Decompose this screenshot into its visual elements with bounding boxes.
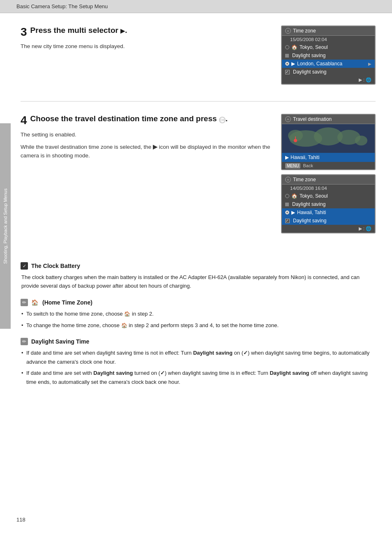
screen1-row1-sub: Daylight saving bbox=[282, 51, 375, 60]
daylight-saving-list: If date and time are set when daylight s… bbox=[21, 348, 376, 386]
screen2-row2-sub: Daylight saving bbox=[282, 217, 375, 225]
clock-battery-title-row: ✓ The Clock Battery bbox=[21, 262, 376, 270]
travel-screen: + Travel destination bbox=[281, 114, 376, 170]
svg-point-4 bbox=[355, 136, 367, 145]
daylight-saving-title-row: ✏ Daylight Saving Time bbox=[21, 338, 376, 345]
screen2-date: 14/05/2008 16:04 bbox=[282, 185, 375, 192]
screen2-footer: ▶ : 🌐 bbox=[282, 225, 375, 233]
step-4-desc1: The setting is enabled. bbox=[21, 130, 273, 139]
home-timezone-note: ✏ 🏠 (Home Time Zone) To switch to the ho… bbox=[21, 299, 376, 330]
home-timezone-list: To switch to the home time zone, choose … bbox=[21, 309, 376, 330]
screen2-row1-sub: Daylight saving bbox=[282, 200, 375, 208]
home-timezone-title-row: ✏ 🏠 (Home Time Zone) bbox=[21, 299, 376, 306]
menu-label: MENU bbox=[285, 163, 300, 168]
screen2-row2: ▶ Hawaii, Tahiti bbox=[282, 208, 375, 217]
screen1-date: 15/05/2008 02:04 bbox=[282, 36, 375, 43]
clock-battery-note: ✓ The Clock Battery The clock battery ch… bbox=[21, 262, 376, 291]
screen2-row1: 🏠 Tokyo, Seoul bbox=[282, 192, 375, 200]
step-3-right: + Time zone 15/05/2008 02:04 🏠 Tokyo, Se… bbox=[281, 25, 376, 89]
ts-map bbox=[282, 124, 375, 153]
main-content: 3 Press the multi selector ▶. The new ci… bbox=[0, 13, 392, 531]
check-icon: ✓ bbox=[21, 262, 28, 270]
plus-icon-2: + bbox=[285, 116, 291, 122]
clock-battery-body: The clock battery charges when the main … bbox=[21, 273, 376, 291]
page-header: Basic Camera Setup: The Setup Menu bbox=[0, 0, 392, 13]
step-3-title: 3 Press the multi selector ▶. bbox=[21, 25, 273, 38]
circle-icon-2 bbox=[285, 194, 289, 198]
bullet-sq-1 bbox=[285, 54, 289, 58]
screen1-row2-sub: Daylight saving bbox=[282, 68, 375, 76]
header-title: Basic Camera Setup: The Setup Menu bbox=[16, 3, 108, 9]
clock-battery-title: The Clock Battery bbox=[31, 263, 80, 269]
ts-back: MENU Back bbox=[282, 162, 375, 169]
camera-screen-1: + Time zone 15/05/2008 02:04 🏠 Tokyo, Se… bbox=[281, 25, 376, 85]
screen2-header: + Time zone bbox=[282, 175, 375, 185]
home-timezone-item-1: To switch to the home time zone, choose … bbox=[21, 309, 376, 318]
daylight-saving-item-1: If date and time are set when daylight s… bbox=[21, 348, 376, 366]
step-3-number: 3 bbox=[21, 26, 27, 38]
daylight-saving-note: ✏ Daylight Saving Time If date and time … bbox=[21, 338, 376, 386]
back-label: Back bbox=[303, 163, 313, 168]
home-icon-note: 🏠 bbox=[31, 299, 38, 306]
step-4-title: 4 Choose the travel destination time zon… bbox=[21, 114, 273, 126]
step-3-desc: The new city time zone menu is displayed… bbox=[21, 42, 273, 51]
bullet-sq-2 bbox=[285, 203, 289, 206]
daylight-saving-title: Daylight Saving Time bbox=[31, 338, 89, 345]
step-4-title-text: Choose the travel destination time zone … bbox=[30, 114, 228, 123]
circle-icon-1 bbox=[285, 45, 289, 49]
chevron-1: ▶ bbox=[368, 62, 371, 66]
screen1-header: + Time zone bbox=[282, 26, 375, 36]
pencil-icon-2: ✏ bbox=[21, 338, 28, 345]
step-4-desc2: While the travel destination time zone i… bbox=[21, 143, 273, 160]
screen1-row2: ▶ London, Casablanca ▶ bbox=[282, 60, 375, 68]
step-4-left: 4 Choose the travel destination time zon… bbox=[21, 114, 273, 238]
arrow-icon-2: ▶ bbox=[285, 155, 289, 160]
step-3-title-text: Press the multi selector ▶. bbox=[30, 26, 127, 35]
arrow-icon-1: ▶ bbox=[291, 61, 295, 67]
screen1-row1: 🏠 Tokyo, Seoul bbox=[282, 43, 375, 51]
circle-filled-1 bbox=[285, 62, 289, 66]
circle-filled-2 bbox=[285, 210, 289, 215]
home-icon-1: 🏠 bbox=[291, 44, 297, 50]
bullet-sq-checked-1 bbox=[285, 70, 290, 74]
footer-arrow-2: ▶ : 🌐 bbox=[359, 226, 371, 231]
bullet-sq-checked-2 bbox=[285, 219, 290, 223]
ts-city: ▶ Hawaii, Tahiti bbox=[282, 153, 375, 162]
home-icon-2: 🏠 bbox=[291, 193, 297, 199]
footer-arrow-1: ▶ : 🌐 bbox=[359, 77, 371, 82]
notes-section: ✓ The Clock Battery The clock battery ch… bbox=[21, 262, 376, 386]
plus-icon-3: + bbox=[285, 177, 291, 182]
screen1-footer: ▶ : 🌐 bbox=[282, 76, 375, 84]
daylight-saving-item-2: If date and time are set with Daylight s… bbox=[21, 369, 376, 386]
page-number: 118 bbox=[16, 517, 25, 523]
ts-header: + Travel destination bbox=[282, 115, 375, 124]
camera-screen-2: + Time zone 14/05/2008 16:04 🏠 Tokyo, Se… bbox=[281, 174, 376, 233]
step-4-number: 4 bbox=[21, 115, 27, 126]
pencil-icon-1: ✏ bbox=[21, 299, 28, 306]
step-3-section: 3 Press the multi selector ▶. The new ci… bbox=[21, 25, 376, 102]
step-4-section: 4 Choose the travel destination time zon… bbox=[21, 114, 376, 250]
world-map-svg bbox=[282, 124, 375, 153]
svg-point-6 bbox=[294, 139, 297, 142]
home-timezone-title: (Home Time Zone) bbox=[42, 299, 92, 306]
step-4-right: + Travel destination bbox=[281, 114, 376, 238]
step-3-left: 3 Press the multi selector ▶. The new ci… bbox=[21, 25, 273, 89]
plus-icon-1: + bbox=[285, 28, 291, 34]
home-timezone-item-2: To change the home time zone, choose 🏠 i… bbox=[21, 321, 376, 330]
arrow-icon-3: ▶ bbox=[291, 210, 295, 215]
